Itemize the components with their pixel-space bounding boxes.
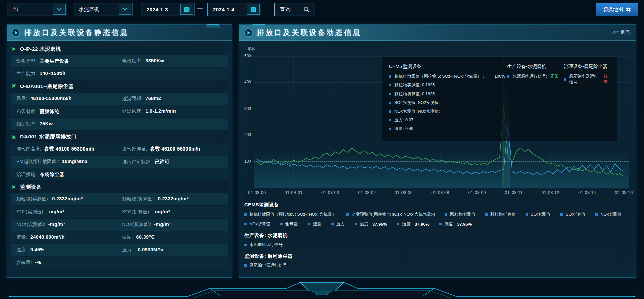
query-button[interactable]: 查询 <box>274 3 315 16</box>
start-date-calendar[interactable] <box>180 4 193 15</box>
legend-section-title: 生产设备: 水泥磨机 <box>244 232 630 239</box>
table-row: SO2(实测值):-mg/m³SO2(折算值):-mg/m³ <box>11 206 228 218</box>
field-value: 0.2332mg/m³ <box>158 196 189 201</box>
square-bullet-icon <box>389 128 391 130</box>
section-header: O-DA001--磨尾除尘器 <box>11 80 228 93</box>
legend-item[interactable]: 超低排放限值（颗拉物:5: SOz-; NOx; 含氧量） <box>244 212 336 217</box>
square-bullet-icon <box>244 213 247 216</box>
table-row: 湿度:0.45%压力:-0.0930MPa <box>11 244 228 256</box>
legend-section: 生产设备: 水泥磨机水泥磨机运行信号 <box>244 232 630 248</box>
x-tick-label: 01-03 03 <box>315 190 345 195</box>
plant-select[interactable]: 全厂 <box>7 3 67 16</box>
tooltip-item: 颗粒物实测值: 0.1835 <box>389 82 507 88</box>
legend-item[interactable]: SO:折算值 <box>560 212 585 217</box>
status-badge: 正常 <box>550 74 559 79</box>
chevron-down-icon <box>57 7 62 11</box>
field-label: 额定功率: <box>16 121 37 127</box>
device-select-value: 水泥磨机 <box>74 6 119 13</box>
field: 颗粒物(折算值):0.2332mg/m³ <box>122 196 228 202</box>
legend-item[interactable]: 含氧量 <box>280 221 298 227</box>
tooltip-item-label: 颗粒物折算值: 0.1835 <box>394 91 435 97</box>
table-row: 生产能力:140~150t/h <box>11 68 228 80</box>
tooltip-title: 治理设备-磨尾除尘器 <box>564 64 610 70</box>
square-bullet-icon <box>389 119 391 121</box>
field-label: 生产能力: <box>16 71 37 77</box>
legend-item-label: 湿度 <box>402 221 411 227</box>
field: 含氧量:-% <box>16 260 122 266</box>
legend-item[interactable]: 磨尾除尘器运行信号 <box>244 263 287 268</box>
static-info-rows: O-P-22 水泥磨机设备类型:主要生产设备电机功率:3350Kw生产能力:14… <box>7 41 232 269</box>
field-value: -mg/m³ <box>154 222 171 227</box>
end-date-input[interactable]: 2024-1-4 <box>207 3 261 16</box>
field: 布袋材质:覆膜涤纶 <box>16 108 122 115</box>
table-row: NOX(实测值):-mg/m³NOX(折算值):-mg/m³ <box>11 219 228 231</box>
legend-section: 监测设备: 磨尾除尘器磨尾除尘器运行信号 <box>244 253 630 268</box>
plant-select-chevron[interactable] <box>53 4 66 15</box>
x-tick-label: 01-03 08 <box>425 190 455 195</box>
tooltip-title: 生产设备-水泥磨机 <box>507 64 564 70</box>
play-icon <box>11 28 20 37</box>
field-label: 湿度: <box>16 247 27 253</box>
field-label: 设备类型: <box>16 58 37 64</box>
square-bullet-icon <box>244 264 247 267</box>
legend-item-label: 含氧量 <box>285 221 298 227</box>
field-value: 24048.000m³/h <box>30 234 65 240</box>
legend-item[interactable]: 湿度37.96% <box>397 221 429 227</box>
legend-item[interactable]: 企业预警值(颗粒物:4; sOz-; NOx-;含氧气量:-) <box>346 212 435 217</box>
legend-item-label: 流速 <box>444 221 453 227</box>
table-row: 含氧量:-% <box>11 257 228 269</box>
chart-tooltip: CEMS监测设备 超低排放限值（颗拉物:5: SOz-; NOx; 含氧量）：1… <box>382 57 617 141</box>
table-row: 排气简高度:参数 46100-55300m/h废气处理量:参数 46100-55… <box>11 143 228 155</box>
field: 流量:24048.000m³/h <box>16 234 122 240</box>
legend-item-label: 流量 <box>313 221 321 227</box>
legend-item[interactable]: 压力 <box>331 221 345 227</box>
field-value: 0.45% <box>30 247 45 252</box>
field-value: 0.2332mg/m³ <box>52 196 83 201</box>
legend-item[interactable]: 颗粒物折算值 <box>485 212 516 217</box>
table-row: 流量:24048.000m³/h温度:60.39℃ <box>11 231 228 243</box>
legend-item-label: 压力 <box>336 221 345 227</box>
legend-item[interactable]: 颗粒物实测值 <box>445 212 475 217</box>
section-header: O-P-22 水泥磨机 <box>11 43 228 55</box>
green-square-icon <box>12 47 16 51</box>
field-value: 主要生产设备 <box>40 58 69 64</box>
back-link[interactable]: << 返回 <box>612 25 630 40</box>
field-value: -mg/m³ <box>47 209 64 214</box>
legend-item[interactable]: 温度37.96% <box>355 221 387 227</box>
device-select[interactable]: 水泥磨机 <box>74 3 133 16</box>
calendar-icon <box>250 6 257 13</box>
legend-item[interactable]: NOx实测值 <box>595 212 622 217</box>
field-label: 颗粒物(折算值): <box>122 196 155 202</box>
end-date-calendar[interactable] <box>247 4 260 15</box>
square-bullet-icon <box>331 223 334 225</box>
square-bullet-icon <box>389 93 391 95</box>
start-date-input[interactable]: 2024-1-3 <box>141 3 195 16</box>
field-label: 排气简高度: <box>16 146 41 152</box>
tooltip-cems-items: 超低排放限值（颗拉物:5: SOz-; NOx; 含氧量）：100%颗粒物实测值… <box>389 74 507 132</box>
section-label: O-DA001--磨尾除尘器 <box>20 83 74 90</box>
legend-item-label: 颗粒物实测值 <box>450 212 475 217</box>
tooltip-title: CEMS监测设备 <box>389 64 507 70</box>
legend-item[interactable]: NOx折算值 <box>244 221 270 227</box>
field-label: 布袋材质: <box>16 109 37 115</box>
table-row: 颗粒物(实测值):0.2332mg/m³颗粒物(折算值):0.2332mg/m³ <box>11 193 228 205</box>
legend-item-label: 温度 <box>360 221 368 227</box>
legend-item[interactable]: 流量 <box>308 221 321 227</box>
y-tick-label: 500 <box>239 54 251 58</box>
legend-item[interactable]: 流速37.96% <box>439 221 472 227</box>
tooltip-item: 压力: 0.07 <box>389 117 507 123</box>
device-select-chevron[interactable] <box>119 4 131 15</box>
section-label: 监测设备 <box>20 184 42 191</box>
field-value: 3350Kw <box>145 58 164 63</box>
field: 颗粒物(实测值):0.2332mg/m³ <box>16 196 122 202</box>
legend-item[interactable]: SO:实测值 <box>526 212 550 217</box>
field: 生产能力:140~150t/h <box>16 71 122 77</box>
tooltip-item: NOx实测值: NOx实测值: <box>389 109 507 114</box>
square-bullet-icon <box>244 223 247 225</box>
static-panel-header: 排放口及关联设备静态信息 <box>7 25 232 41</box>
field: 排污许可状况:已许可 <box>122 159 228 165</box>
legend-item[interactable]: 水泥磨机运行信号 <box>244 242 283 248</box>
status-label: 磨尾除尘器运行信号: <box>569 74 600 85</box>
switch-map-button[interactable]: 切换地图 ⇆ <box>596 3 638 16</box>
field-value: 覆膜涤纶 <box>40 108 59 115</box>
